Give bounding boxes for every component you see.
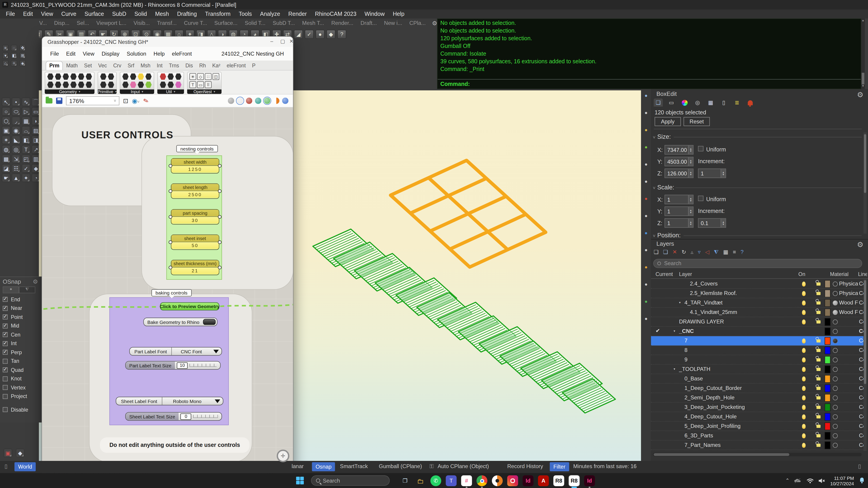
- mini-icon-2[interactable]: ✥: [20, 45, 26, 51]
- material-sphere-icon[interactable]: [833, 424, 838, 429]
- layer-lock-icon[interactable]: [816, 396, 820, 399]
- taskbar-app-task-view[interactable]: ❐: [400, 475, 411, 486]
- size-section-header[interactable]: ˅Size:: [653, 133, 671, 140]
- layer-color-swatch[interactable]: [825, 308, 831, 316]
- layer-name[interactable]: _CNC: [679, 328, 694, 334]
- toolbar-gear-icon[interactable]: ⚙: [432, 20, 437, 28]
- layer-color-swatch[interactable]: [825, 318, 831, 326]
- display-mode-icon-3[interactable]: [255, 98, 261, 104]
- layer-on-bulb-icon[interactable]: [802, 433, 806, 438]
- move-down-icon[interactable]: ▿: [698, 249, 701, 255]
- part-label-text-size-slider[interactable]: Part Label Text Size 10: [125, 361, 221, 369]
- layer-on-bulb-icon[interactable]: [802, 395, 806, 400]
- sheet-layout-grid[interactable]: [391, 161, 546, 267]
- osnap-checkbox-vertex[interactable]: [3, 385, 8, 390]
- layer-on-bulb-icon[interactable]: [802, 424, 806, 429]
- panel-tab-icon-9[interactable]: ●: [645, 247, 648, 253]
- taskbar-app-whatsapp[interactable]: ✆: [431, 475, 441, 486]
- layer-material[interactable]: Physical: [839, 290, 858, 296]
- panel-tab-icon-8[interactable]: ●: [645, 230, 648, 235]
- gh-component-icon[interactable]: [70, 73, 77, 80]
- tool-icon-33[interactable]: ▲: [12, 173, 20, 182]
- scale-x-input[interactable]: 1▲▼: [664, 195, 693, 204]
- gh-tab-msh[interactable]: Msh: [137, 62, 154, 70]
- layer-name[interactable]: 1_Deep_Cutout_Border: [684, 385, 742, 391]
- gh-tab-dis[interactable]: Dis: [182, 62, 196, 70]
- toolbar-tab-cpla[interactable]: CPla...: [406, 19, 429, 28]
- status-gumball-cplane[interactable]: Gumball (CPlane): [379, 463, 422, 469]
- gh-component-icon[interactable]: [160, 73, 166, 80]
- camera-tab-icon[interactable]: ◎: [693, 99, 702, 107]
- osnap-checkbox-project[interactable]: [3, 394, 8, 399]
- menu-help[interactable]: Help: [389, 10, 408, 18]
- material-sphere-icon[interactable]: [833, 338, 838, 343]
- grid-tab-icon[interactable]: ▦: [706, 99, 715, 107]
- tool-icon-18[interactable]: ◧: [22, 136, 30, 144]
- slider-sheet-thickness-mm[interactable]: sheet thickness (mm)21: [171, 260, 219, 275]
- layer-lock-icon[interactable]: [816, 301, 820, 304]
- layer-color-swatch[interactable]: [825, 337, 831, 345]
- gh-tab-trns[interactable]: Trns: [166, 62, 182, 70]
- menu-solid[interactable]: Solid: [130, 10, 151, 18]
- toolbar-icon-27[interactable]: ◢: [294, 30, 303, 39]
- osnap-checkbox-perp[interactable]: [3, 350, 8, 355]
- layer-row-9[interactable]: 9Continuous: [651, 355, 865, 365]
- layer-name[interactable]: 2_Semi_Depth_Hole: [684, 394, 734, 401]
- tool-icon-12[interactable]: ▣: [2, 126, 10, 135]
- onedrive-icon[interactable]: [794, 478, 802, 483]
- open-file-icon[interactable]: [46, 98, 53, 103]
- gh-component-icon[interactable]: [130, 82, 136, 88]
- layer-name[interactable]: 7: [684, 337, 687, 344]
- toolbar-tab-transf[interactable]: Transf...: [153, 19, 180, 28]
- gh-group-label-input[interactable]: Input▾: [120, 90, 154, 94]
- menu-drafting[interactable]: Drafting: [173, 10, 201, 18]
- material-sphere-icon[interactable]: [833, 329, 838, 334]
- osnap-filter-tab[interactable]: ⧨: [19, 286, 35, 293]
- delete-layer-icon[interactable]: ✕: [673, 249, 677, 255]
- size-increment-input[interactable]: 1▲▼: [698, 169, 726, 178]
- world-coords-chip[interactable]: World: [14, 462, 36, 471]
- gh-tab-srf[interactable]: Srf: [124, 62, 137, 70]
- toolbar-tab-mesh-t[interactable]: Mesh T...: [299, 19, 328, 28]
- layers-hscrollbar[interactable]: [653, 453, 862, 456]
- slider-ruler[interactable]: [189, 364, 217, 367]
- gh-tab-ka[interactable]: Ka²: [209, 62, 224, 70]
- tool-icon-29[interactable]: ☷: [12, 164, 20, 173]
- toolbar-icon-28[interactable]: ✓: [305, 30, 314, 39]
- panel-tab-icon-11[interactable]: ●: [645, 282, 648, 287]
- panel-tab-icon-3[interactable]: ●: [645, 144, 648, 150]
- layer-name[interactable]: 9: [684, 356, 687, 363]
- panel-tab-icon-13[interactable]: ●: [645, 316, 648, 321]
- material-sphere-icon[interactable]: [833, 310, 838, 315]
- gh-component-icon[interactable]: [78, 82, 85, 88]
- panel-tab-icon-2[interactable]: ●: [645, 127, 648, 132]
- material-sphere-icon[interactable]: [833, 319, 838, 324]
- layer-lock-icon[interactable]: [816, 311, 820, 314]
- menu-transform[interactable]: Transform: [201, 10, 235, 18]
- panel-tab-icon-5[interactable]: ●: [645, 178, 648, 184]
- mini-icon-1[interactable]: ◌: [11, 45, 17, 51]
- material-sphere-icon[interactable]: [833, 433, 838, 438]
- layer-name[interactable]: 2.5_Klemliste Roof.: [690, 290, 737, 296]
- scale-uniform-checkbox[interactable]: [698, 196, 704, 201]
- osnap-checkbox-near[interactable]: [3, 306, 8, 311]
- layers-vscrollbar[interactable]: [864, 279, 867, 451]
- gh-component-icon[interactable]: [145, 82, 152, 88]
- slider-sheet-width[interactable]: sheet width1250: [171, 158, 219, 173]
- scale-increment-input[interactable]: 0.1▲▼: [698, 218, 726, 228]
- apply-button[interactable]: Apply: [655, 117, 681, 126]
- tool-icon-30[interactable]: ✓: [22, 164, 30, 173]
- gh-menu-edit[interactable]: Edit: [63, 49, 79, 59]
- layer-row-0-base[interactable]: 0_BaseContinuous: [651, 374, 865, 384]
- zoom-level-dropdown[interactable]: 176%˅: [66, 96, 119, 105]
- gh-group-label-opennest[interactable]: OpenNest▾: [187, 90, 222, 94]
- gh-menu-file[interactable]: File: [46, 49, 63, 59]
- layer-name[interactable]: 0_Base: [684, 376, 703, 382]
- gh-component-icon[interactable]: [86, 82, 92, 88]
- gh-component-icon[interactable]: [47, 73, 54, 80]
- material-sphere-icon[interactable]: [833, 367, 838, 372]
- layer-material[interactable]: Wood Floor: [839, 309, 858, 315]
- slider-value[interactable]: 2500: [172, 191, 219, 198]
- tool-icon-17[interactable]: ◣: [12, 136, 20, 144]
- tool-icon-13[interactable]: ◉: [12, 126, 20, 135]
